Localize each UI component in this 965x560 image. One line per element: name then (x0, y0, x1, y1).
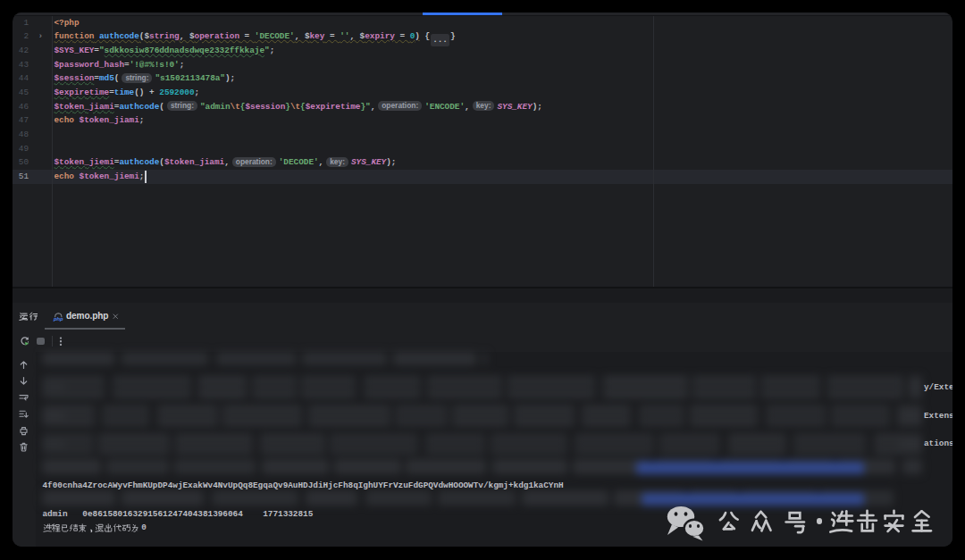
svg-text:php: php (53, 316, 63, 322)
